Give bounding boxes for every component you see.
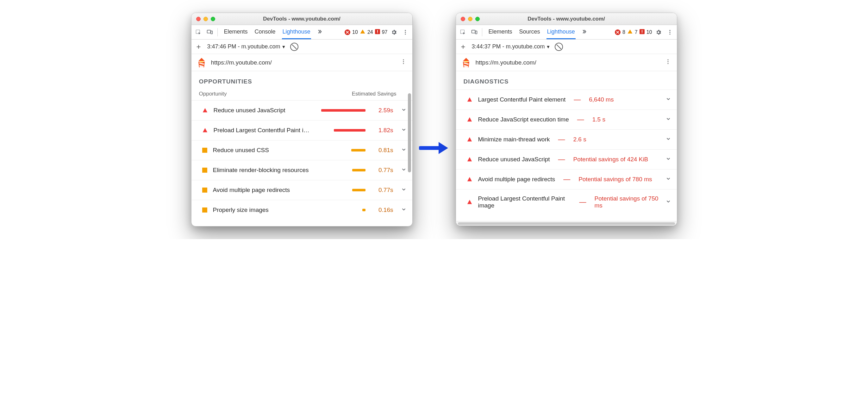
tab-sources[interactable]: Sources [519,25,541,39]
zoom-icon[interactable] [211,17,215,21]
chevron-down-icon[interactable] [401,146,407,154]
svg-point-12 [403,63,404,64]
chevron-down-icon[interactable] [665,135,671,144]
tab-elements[interactable]: Elements [223,25,248,39]
chevron-down-icon[interactable] [665,96,671,104]
chevron-down-icon[interactable] [401,126,407,134]
svg-rect-23 [465,61,468,62]
caret-down-icon: ▼ [546,44,551,49]
inspect-icon[interactable] [193,27,204,37]
diagnostic-label: Preload Largest Contentful Paint image [478,195,571,209]
chevron-down-icon[interactable] [401,186,407,194]
svg-rect-19 [642,33,642,33]
svg-point-24 [668,59,668,60]
chevron-down-icon[interactable] [665,155,671,163]
gear-icon[interactable] [389,27,399,37]
opportunity-row[interactable]: Preload Largest Contentful Paint image 1… [191,120,412,140]
chevron-down-icon[interactable] [665,198,671,206]
info-count: 10 [647,29,652,35]
separator [217,28,218,36]
chevron-down-icon[interactable] [401,166,407,174]
opportunity-label: Eliminate render-blocking resources [213,167,312,173]
opportunities-header: Opportunity Estimated Savings [191,90,412,100]
minimize-icon[interactable] [468,17,472,21]
diagnostic-row[interactable]: Avoid multiple page redirects — Potentia… [456,169,677,189]
dash: — [561,175,573,184]
triangle-icon [467,117,472,122]
square-icon [202,168,207,173]
url-row: https://m.youtube.com/ [191,54,412,71]
minimize-icon[interactable] [204,17,208,21]
diagnostic-row[interactable]: Minimize main-thread work — 2.6 s [456,129,677,149]
error-icon: ✕ [615,29,621,35]
report-time: 3:47:46 PM - m.youtube.com [207,43,280,50]
triangle-icon [467,177,472,182]
opportunity-row[interactable]: Reduce unused CSS 0.81s [191,140,412,160]
zoom-icon[interactable] [475,17,480,21]
dash: — [556,135,568,144]
opportunity-row[interactable]: Reduce unused JavaScript 2.59s [191,100,412,120]
chevron-down-icon[interactable] [401,206,407,214]
opportunity-row[interactable]: Properly size images 0.16s [191,200,412,220]
savings-value: 1.82s [371,127,393,134]
diagnostic-row[interactable]: Largest Contentful Paint element — 6,640… [456,90,677,109]
report-selector-bar: + 3:44:37 PM - m.youtube.com ▼ [456,39,677,54]
close-icon[interactable] [461,17,465,21]
svg-point-20 [669,30,670,31]
clear-icon[interactable] [555,43,563,51]
dash: — [556,155,568,163]
more-tabs-icon[interactable] [317,28,322,36]
diagnostic-label: Minimize main-thread work [478,136,550,143]
diagnostic-value: 6,640 ms [589,96,614,103]
scrollbar[interactable] [408,93,411,172]
titlebar[interactable]: DevTools - www.youtube.com/ [456,13,677,25]
diagnostic-row[interactable]: Reduce JavaScript execution time — 1.5 s [456,109,677,129]
kebab-icon[interactable] [400,27,410,37]
tab-lighthouse[interactable]: Lighthouse [282,25,311,39]
separator [482,28,482,36]
diagnostic-row[interactable]: Preload Largest Contentful Paint image —… [456,189,677,215]
tab-elements[interactable]: Elements [488,25,513,39]
report-menu-icon[interactable] [400,59,407,67]
triangle-icon [467,199,472,205]
report-dropdown[interactable]: 3:47:46 PM - m.youtube.com ▼ [207,43,286,50]
inspect-icon[interactable] [458,27,468,37]
device-icon[interactable] [469,27,479,37]
info-icon [375,29,380,35]
issue-badges[interactable]: ✕8 7 10 [615,29,652,36]
col-savings: Estimated Savings [352,91,397,97]
kebab-icon[interactable] [665,27,675,37]
svg-rect-18 [642,30,642,32]
issue-badges[interactable]: ✕10 24 97 [345,29,387,36]
warning-count: 24 [367,29,373,35]
chevron-down-icon[interactable] [401,106,407,115]
new-report-button[interactable]: + [195,42,203,51]
titlebar[interactable]: DevTools - www.youtube.com/ [191,13,412,25]
svg-rect-16 [475,31,477,34]
horizontal-scrollbar[interactable] [456,221,677,225]
gear-icon[interactable] [653,27,663,37]
savings-value: 0.77s [371,187,393,194]
chevron-down-icon[interactable] [665,175,671,184]
clear-icon[interactable] [290,43,299,51]
panel-tabs: Elements Console Lighthouse ✕10 24 97 [191,25,412,39]
opportunity-row[interactable]: Eliminate render-blocking resources 0.77… [191,160,412,180]
svg-rect-5 [377,33,378,33]
diagnostic-row[interactable]: Reduce unused JavaScript — Potential sav… [456,149,677,169]
opportunity-row[interactable]: Avoid multiple page redirects 0.77s [191,180,412,200]
col-opportunity: Opportunity [199,91,227,97]
device-icon[interactable] [205,27,215,37]
diagnostic-label: Largest Contentful Paint element [478,96,566,103]
svg-point-22 [669,34,670,34]
close-icon[interactable] [196,17,200,21]
report-menu-icon[interactable] [665,59,671,67]
opportunity-label: Reduce unused CSS [213,147,312,154]
new-report-button[interactable]: + [459,42,467,51]
chevron-down-icon[interactable] [665,116,671,124]
devtools-window-right: DevTools - www.youtube.com/ Elements Sou… [456,13,677,226]
traffic-lights [191,17,215,21]
more-tabs-icon[interactable] [581,28,587,36]
report-dropdown[interactable]: 3:44:37 PM - m.youtube.com ▼ [472,43,551,50]
tab-console[interactable]: Console [254,25,276,39]
tab-lighthouse[interactable]: Lighthouse [547,25,576,39]
